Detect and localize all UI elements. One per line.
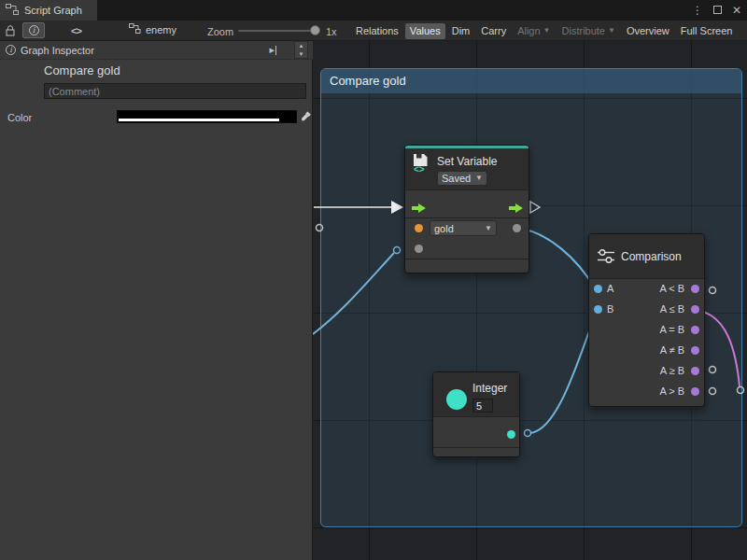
output-port[interactable] [691,326,699,334]
integer-icon [446,389,467,410]
port-stub[interactable] [317,225,323,231]
wire-blue-incoming[interactable] [313,253,394,334]
dim-button[interactable]: Dim [447,23,475,39]
scroll-pager[interactable]: ▲▼ [294,41,308,59]
zoom-slider-handle[interactable] [310,25,320,35]
zoom-slider-track[interactable] [238,30,317,32]
distribute-button[interactable]: Distribute▼ [557,23,620,39]
flow-input-port[interactable] [412,203,427,214]
variable-name-port[interactable] [415,224,423,232]
zoom-label: Zoom [207,26,233,37]
node-set-variable[interactable]: <> Set Variable Saved▼ gold▼ [404,145,529,273]
comment-input[interactable] [44,83,306,99]
inspector-toggle-button[interactable]: i [22,22,45,38]
alpha-bar [119,119,295,121]
output-label: A ≥ B [660,365,684,376]
graph-canvas[interactable]: Compare gold <> Set Variable Saved▼ [313,41,747,560]
input-port-a[interactable] [594,285,602,293]
integer-output-port[interactable] [507,430,515,439]
comparison-row: A ≥ B [589,361,704,382]
node-title: Integer [472,382,507,395]
close-icon[interactable]: ✕ [732,5,741,16]
port-stub[interactable] [710,287,716,294]
code-view-icon[interactable]: <> [71,25,81,36]
scroll-up-icon[interactable]: ▲ [295,42,307,50]
comparison-row: A = B [589,320,704,341]
graph-inspector-panel: i Graph Inspector ▸ ▲▼ Compare gold Colo… [0,41,313,560]
wire-blue-integer-to-comparison-b[interactable] [530,314,596,433]
graph-inspector-title: Graph Inspector [21,45,94,56]
port-stub[interactable] [710,388,716,395]
output-label: A ≤ B [660,303,684,315]
eyedropper-icon[interactable] [301,110,313,124]
graph-toolbar: i <> enemy Zoom 1x Relations Values Dim … [0,21,747,41]
graph-asset-name: enemy [146,24,176,35]
output-port[interactable] [691,346,699,355]
graph-asset-field[interactable]: enemy [129,23,176,35]
fullscreen-button[interactable]: Full Screen [676,23,738,39]
node-title: Set Variable [437,155,497,168]
node-title: Comparison [621,250,682,263]
wire-white-arrowhead [391,201,403,214]
tab-script-graph[interactable]: Script Graph [0,0,97,21]
comparison-rows: A A < B B A ≤ B A = B A ≠ B A ≥ B [589,279,704,402]
window-menu-icon[interactable]: ⋮ [692,5,703,16]
zoom-value: 1x [326,26,337,37]
wire-end-stub[interactable] [525,430,531,437]
variable-kind-dropdown[interactable]: Saved▼ [437,171,487,186]
flow-output-port[interactable] [509,203,524,214]
chevron-down-icon: ▼ [485,225,492,232]
variable-select-dropdown[interactable]: gold▼ [430,220,497,236]
floppy-disk-icon: <> [413,153,433,175]
input-port-b[interactable] [594,305,602,314]
chevron-down-icon: ▼ [543,27,551,35]
output-port[interactable] [691,285,699,293]
script-graph-icon [6,4,19,17]
output-port[interactable] [691,367,699,375]
port-stub[interactable] [738,387,744,394]
input-label: A [607,283,613,294]
comparison-icon [597,248,615,266]
window-titlebar: Script Graph ⋮ ✕ [0,0,747,21]
comparison-row: A A < B [589,279,704,300]
svg-text:<>: <> [414,164,425,174]
output-port[interactable] [691,305,699,314]
port-stub[interactable] [710,367,716,373]
color-label: Color [7,112,32,123]
dock-panel-icon[interactable]: ▸ [269,44,276,56]
lock-icon[interactable] [6,25,15,36]
chevron-down-icon: ▼ [608,27,615,35]
wire-end-stub[interactable] [394,247,401,254]
output-label: A ≠ B [660,344,684,356]
graph-inspector-header: i Graph Inspector [0,41,313,60]
value-input-port[interactable] [415,245,423,253]
maximize-icon[interactable] [713,5,722,16]
node-comparison[interactable]: Comparison A A < B B A ≤ B A = B A ≠ B [588,233,705,407]
align-button[interactable]: Align▼ [513,23,555,39]
scroll-down-icon[interactable]: ▼ [295,50,307,59]
output-port[interactable] [691,387,699,396]
output-label: A < B [659,283,684,294]
node-accent-strip [405,146,529,148]
overview-button[interactable]: Overview [622,23,674,39]
output-label: A = B [659,324,684,335]
graph-asset-icon [129,23,141,35]
toolbar-buttons: Relations Values Dim Carry Align▼ Distri… [351,22,737,39]
info-icon: i [6,45,16,55]
flow-out-stub-triangle[interactable] [530,202,540,213]
values-button[interactable]: Values [405,23,445,39]
comparison-row: A ≠ B [589,341,704,361]
chevron-down-icon: ▼ [475,175,483,182]
comparison-row: A > B [589,382,704,402]
tab-title: Script Graph [24,5,82,16]
input-label: B [607,303,613,315]
node-integer[interactable]: Integer [432,371,520,457]
graph-title: Compare gold [44,63,120,77]
relations-button[interactable]: Relations [351,23,403,39]
carry-button[interactable]: Carry [476,23,511,39]
value-output-port[interactable] [513,224,521,232]
color-swatch[interactable] [117,110,297,123]
info-icon: i [29,25,39,35]
integer-value-input[interactable] [472,399,493,413]
comparison-row: B A ≤ B [589,300,704,320]
